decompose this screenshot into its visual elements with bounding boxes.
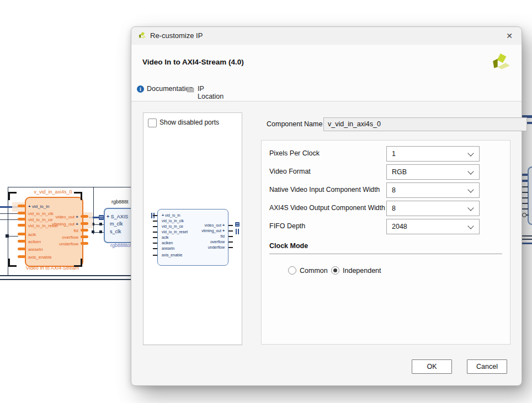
pin-stub	[18, 255, 25, 258]
symbol-preview-panel: Show disabled ports	[143, 112, 242, 345]
pin-stub	[153, 221, 157, 222]
radio-independent[interactable]	[331, 266, 339, 275]
selection-corner	[8, 259, 17, 267]
port-label: + vid_io_in	[162, 213, 180, 218]
fifo-depth-dropdown[interactable]: 2048	[386, 219, 480, 234]
field-label: Pixels Per Clock	[269, 149, 320, 157]
port-label: underflow	[33, 241, 78, 246]
dialog-title: Re-customize IP	[150, 27, 203, 45]
parameters-panel: Pixels Per Clock 1 Video Format RGB Nati…	[261, 140, 510, 345]
radio-common[interactable]	[288, 266, 296, 275]
dialog-header: Video In to AXI4-Stream (4.0) i Document…	[131, 45, 522, 101]
radio-label: Common	[300, 267, 328, 275]
pin-stub	[228, 236, 233, 237]
close-icon[interactable]: ✕	[503, 29, 516, 42]
pin-stub	[228, 225, 233, 226]
net-wire	[522, 239, 532, 240]
pin-stub	[81, 229, 88, 232]
pin-stub	[526, 214, 529, 216]
ok-button[interactable]: OK	[412, 359, 452, 374]
net-wire	[8, 187, 131, 187]
pin-stub	[18, 233, 25, 235]
video-format-dropdown[interactable]: RGB	[386, 164, 480, 180]
ip-heading: Video In to AXI4-Stream (4.0)	[142, 58, 244, 66]
dropdown-value: 1	[387, 147, 479, 161]
wire-junction	[6, 234, 9, 238]
component-name-field[interactable]: v_vid_in_axi4s_0	[323, 117, 527, 131]
port-label: fid	[33, 228, 78, 233]
port-label: + vid_io_in	[28, 204, 49, 209]
ce-wire	[0, 219, 18, 220]
bus-interface-icon	[99, 215, 104, 220]
net-wire	[522, 235, 532, 237]
dialog-titlebar[interactable]: Re-customize IP ✕	[131, 27, 522, 45]
port-label: vid_io_in_reset	[162, 230, 188, 234]
pin-stub	[153, 243, 157, 244]
component-name-label: Component Name	[267, 120, 322, 128]
clipped-ip-block[interactable]	[528, 166, 532, 225]
dropdown-value: 2048	[387, 219, 479, 234]
port-label: aresetn	[28, 247, 43, 252]
pin-stub	[18, 212, 25, 214]
pin-stub	[18, 205, 25, 207]
dropdown-value: 8	[387, 183, 479, 197]
tab-label: IP Location	[198, 85, 224, 100]
native-input-width-dropdown[interactable]: 8	[386, 182, 480, 198]
show-disabled-ports-checkbox[interactable]	[148, 119, 157, 127]
interface-plus-icon: +	[222, 223, 225, 227]
net-wire	[522, 243, 532, 244]
port-label: vtiming_out +	[201, 229, 225, 233]
port-label: overflow	[210, 240, 225, 244]
selection-corner	[8, 192, 17, 200]
field-label: FIFO Depth	[269, 222, 305, 230]
folder-icon	[187, 86, 194, 93]
dropdown-value: RGB	[387, 165, 479, 179]
port-label: aclk	[162, 235, 168, 240]
port-label: video_out +	[205, 223, 225, 228]
pin-end	[99, 223, 102, 225]
field-label: AXI4S Video Output Component Width	[269, 204, 385, 212]
pin-stub	[153, 232, 157, 233]
pin-stub	[81, 215, 88, 218]
s-clk-wire	[93, 232, 104, 233]
field-label: Video Format	[269, 168, 311, 175]
net-wire	[0, 279, 131, 280]
ip-symbol-preview: + vid_io_in vid_io_in_clk vid_io_in_ce v…	[157, 209, 228, 266]
port-label: fid	[221, 234, 225, 239]
recustomize-ip-dialog: Re-customize IP ✕ Video In to AXI4-Strea…	[131, 26, 522, 386]
pin-stub	[522, 186, 528, 187]
pin-stub	[18, 224, 25, 227]
port-label: vtiming_out +	[33, 222, 78, 227]
interface-plus-icon: +	[76, 222, 78, 227]
port-label: vid_io_in_clk	[162, 219, 184, 223]
pin-stub	[522, 197, 528, 198]
xilinx-logo-icon	[491, 52, 512, 73]
port-label: aclken	[162, 241, 173, 245]
port-label: overflow	[33, 235, 78, 240]
pin-stub	[228, 241, 233, 243]
pin-stub	[522, 208, 528, 209]
aclk-wire	[8, 236, 18, 237]
section-divider	[269, 254, 502, 254]
pin-stub	[522, 203, 528, 204]
cancel-button[interactable]: Cancel	[467, 359, 507, 374]
clipped-wire-icon	[238, 229, 239, 234]
dropdown-value: 8	[387, 201, 479, 216]
pin-stub	[228, 230, 233, 232]
pixels-per-clock-dropdown[interactable]: 1	[386, 146, 480, 162]
pin-stub	[153, 215, 157, 216]
pin-stub	[81, 235, 88, 238]
pin-stub	[228, 247, 233, 248]
port-label: axis_enable	[162, 253, 182, 257]
interface-plus-icon: +	[107, 214, 109, 219]
interface-plus-icon: +	[162, 213, 164, 217]
pin-stub	[153, 248, 157, 249]
axi4s-output-width-dropdown[interactable]: 8	[386, 201, 480, 216]
field-label: Native Video Input Component Width	[269, 186, 380, 194]
clipped-wire-icon	[151, 213, 152, 218]
radio-label: Independent	[343, 267, 381, 275]
info-icon: i	[137, 85, 144, 93]
pin-stub	[81, 222, 88, 225]
port-label: axis_enable	[28, 255, 52, 260]
clock-mode-heading: Clock Mode	[269, 242, 308, 250]
